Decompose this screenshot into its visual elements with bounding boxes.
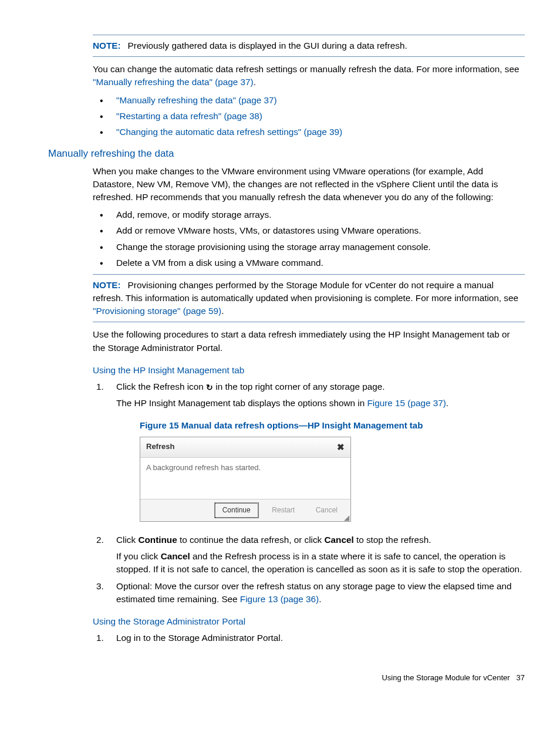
list-item: Delete a VM from a disk using a VMware c… [93, 256, 525, 269]
page-number: 37 [517, 673, 525, 682]
note-text: Previously gathered data is displayed in… [128, 40, 407, 50]
subheading: Using the Storage Administrator Portal [93, 615, 525, 628]
dialog-header: Refresh ✖ [140, 437, 350, 458]
paragraph: Use the following procedures to start a … [93, 328, 525, 354]
section-heading: Manually refreshing the data [48, 147, 525, 161]
step-item: Click Continue to continue the data refr… [93, 534, 525, 576]
note-label: NOTE: [93, 40, 121, 50]
link-manual-refresh[interactable]: "Manually refreshing the data" (page 37) [93, 77, 254, 87]
link-figure-15[interactable]: Figure 15 (page 37) [367, 398, 446, 408]
figure-caption: Figure 15 Manual data refresh options—HP… [140, 419, 525, 432]
step-item: Optional: Move the cursor over the refre… [93, 580, 525, 606]
refresh-icon: ↻ [206, 382, 213, 393]
list-item: Add or remove VMware hosts, VMs, or data… [93, 224, 525, 237]
list-item: Change the storage provisioning using th… [93, 241, 525, 254]
cancel-button[interactable]: Cancel [309, 504, 345, 517]
link-item[interactable]: "Manually refreshing the data" (page 37) [116, 95, 277, 105]
resize-grip-icon[interactable]: ◢ [344, 515, 349, 520]
link-provisioning[interactable]: "Provisioning storage" (page 59) [93, 306, 221, 316]
subheading: Using the HP Insight Management tab [93, 364, 525, 377]
link-figure-13[interactable]: Figure 13 (page 36) [240, 594, 319, 604]
ordered-steps-1: Click the Refresh icon ↻ in the top righ… [93, 380, 525, 606]
link-item[interactable]: "Changing the automatic data refresh set… [116, 127, 342, 137]
paragraph: When you make changes to the VMware envi… [93, 165, 525, 204]
refresh-dialog: Refresh ✖ A background refresh has start… [140, 437, 351, 522]
step-item: Log in to the Storage Administrator Port… [93, 632, 525, 644]
ordered-steps-2: Log in to the Storage Administrator Port… [93, 632, 525, 644]
dialog-title: Refresh [146, 441, 174, 453]
list-item: Add, remove, or modify storage arrays. [93, 208, 525, 221]
step-item: Click the Refresh icon ↻ in the top righ… [93, 380, 525, 522]
note-block-2: NOTE:Provisioning changes performed by t… [93, 274, 525, 323]
dialog-footer: Continue Restart Cancel ◢ [140, 499, 350, 521]
link-item[interactable]: "Restarting a data refresh" (page 38) [116, 111, 262, 121]
continue-button[interactable]: Continue [215, 503, 258, 518]
dialog-body: A background refresh has started. [140, 458, 350, 499]
paragraph: You can change the automatic data refres… [93, 63, 525, 89]
restart-button[interactable]: Restart [265, 504, 302, 517]
page-footer: Using the Storage Module for vCenter 37 [35, 673, 525, 684]
note-block-1: NOTE:Previously gathered data is display… [93, 35, 525, 57]
link-list: "Manually refreshing the data" (page 37)… [93, 94, 525, 139]
close-icon[interactable]: ✖ [337, 441, 345, 454]
bullet-list: Add, remove, or modify storage arrays. A… [93, 208, 525, 269]
note-label: NOTE: [93, 280, 121, 290]
